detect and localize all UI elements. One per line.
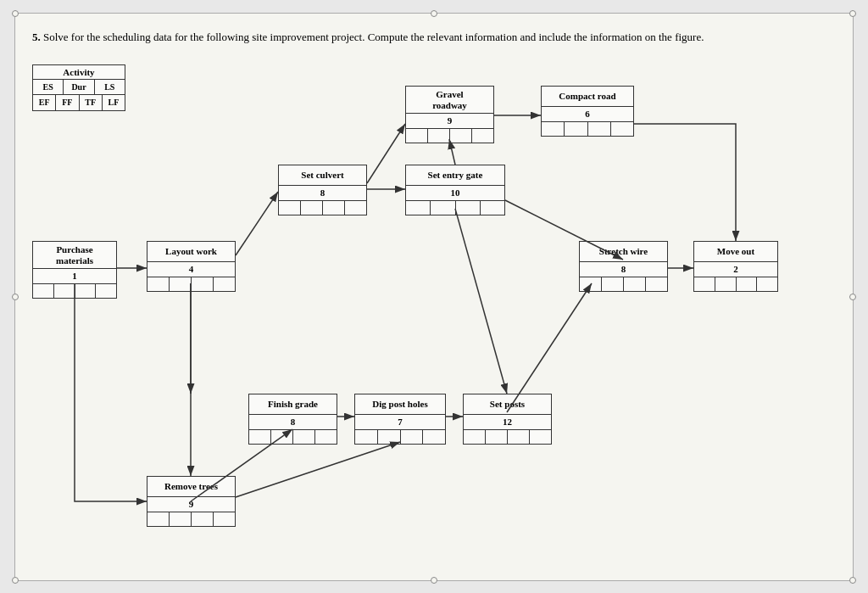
cell [301,201,323,215]
cell [170,277,192,291]
legend-row-1: ES Dur LS [33,80,125,95]
cell [486,430,508,444]
node-stretch-wire: Stretch wire 8 [579,241,668,292]
node-dig-post-holes-dur: 7 [355,415,445,430]
cell [428,129,450,143]
cell [33,284,54,298]
node-move-out-bottom [694,277,777,291]
legend-ls: LS [95,80,125,94]
cell [694,277,715,291]
cell [378,430,401,444]
dot-ml [12,294,19,300]
node-compact-road: Compact road 6 [541,86,634,137]
node-gravel-roadway-title: Gravelroadway [406,87,493,114]
node-remove-trees-title: Remove trees [147,477,235,497]
cell [542,122,565,136]
node-set-entry-gate-dur: 10 [406,186,504,201]
node-gravel-roadway: Gravelroadway 9 [405,86,494,143]
node-remove-trees-bottom [147,512,235,526]
cell [75,284,97,298]
node-purchase-materials-bottom [33,284,116,298]
question-text: 5. Solve for the scheduling data for the… [32,29,836,46]
cell [508,430,530,444]
node-set-culvert-dur: 8 [279,186,366,201]
legend-tf: TF [80,95,103,110]
node-set-culvert-title: Set culvert [279,165,366,186]
node-layout-work-title: Layout work [147,242,235,262]
node-set-entry-gate-bottom [406,201,504,215]
node-dig-post-holes-bottom [355,430,445,444]
legend-ff: FF [56,95,79,110]
node-set-culvert: Set culvert 8 [278,165,367,215]
node-set-entry-gate-title: Set entry gate [406,165,504,186]
cell [214,277,235,291]
cell [279,201,301,215]
legend-dur: Dur [64,80,94,94]
node-purchase-materials-title: Purchasematerials [33,242,116,269]
cell [611,122,633,136]
cell [588,122,611,136]
cell [293,430,315,444]
cell [646,277,667,291]
cell [249,430,271,444]
node-compact-road-bottom [542,122,633,136]
cell [345,201,366,215]
node-remove-trees-dur: 9 [147,497,235,512]
legend-box: Activity ES Dur LS EF FF TF LF [32,64,125,111]
node-stretch-wire-dur: 8 [580,262,667,277]
node-set-posts-bottom [464,430,551,444]
page: 5. Solve for the scheduling data for the… [14,13,854,581]
cell [406,201,431,215]
dot-tl [12,10,19,17]
cell [54,284,75,298]
cell [431,201,455,215]
legend-title: Activity [33,65,125,80]
node-layout-work-dur: 4 [147,262,235,277]
dot-bc [431,577,437,584]
dot-br [849,577,856,584]
node-dig-post-holes-title: Dig post holes [355,394,445,415]
cell [757,277,777,291]
cell [192,512,214,526]
node-dig-post-holes: Dig post holes 7 [354,394,446,445]
node-finish-grade-title: Finish grade [249,394,337,415]
node-finish-grade-bottom [249,430,337,444]
cell [456,201,481,215]
cell [464,430,486,444]
cell [355,430,378,444]
legend-ef: EF [33,95,56,110]
node-stretch-wire-bottom [580,277,667,291]
legend-row-2: EF FF TF LF [33,95,125,110]
node-layout-work: Layout work 4 [147,241,236,292]
node-finish-grade: Finish grade 8 [248,394,337,445]
question-body: Solve for the scheduling data for the fo… [43,31,704,43]
node-move-out-dur: 2 [694,262,777,277]
node-set-posts-dur: 12 [464,415,551,430]
node-layout-work-bottom [147,277,235,291]
cell [580,277,602,291]
legend-lf: LF [103,95,125,110]
cell [147,512,170,526]
dot-bl [12,577,19,584]
cell [147,277,170,291]
node-stretch-wire-title: Stretch wire [580,242,667,262]
legend-es: ES [33,80,64,94]
cell [737,277,758,291]
node-compact-road-title: Compact road [542,87,633,107]
node-gravel-roadway-dur: 9 [406,114,493,129]
cell [271,430,293,444]
cell [192,277,214,291]
node-purchase-materials-dur: 1 [33,269,116,284]
cell [530,430,551,444]
cell [481,201,504,215]
cell [423,430,445,444]
node-compact-road-dur: 6 [542,107,633,122]
node-set-entry-gate: Set entry gate 10 [405,165,505,215]
node-remove-trees: Remove trees 9 [147,476,236,527]
cell [565,122,587,136]
dot-tc [431,10,437,17]
cell [602,277,624,291]
cell [715,277,737,291]
cell [472,129,493,143]
cell [323,201,345,215]
